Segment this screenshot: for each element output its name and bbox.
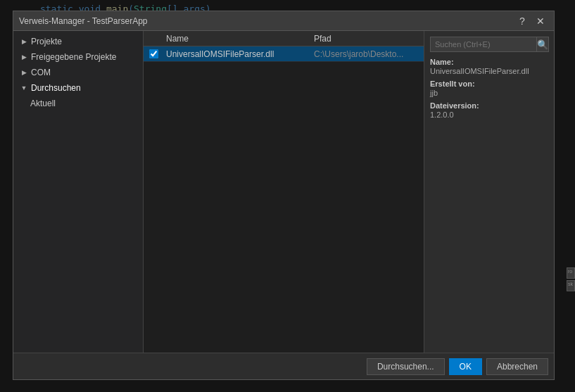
- sidebar: ▶ Projekte ▶ Freigegebene Projekte ▶ COM…: [13, 31, 144, 353]
- right-panel: 🔍 Name: UniversalIOMSIFileParser.dll Ers…: [424, 31, 554, 353]
- dialog-title: Verweis-Manager - TestParserApp: [19, 16, 148, 26]
- title-bar-right: ? ✕: [514, 13, 548, 29]
- table-row[interactable]: UniversalIOMSIFileParser.dll C:\Users\ja…: [144, 46, 424, 62]
- sidebar-item-aktuell[interactable]: Aktuell: [13, 96, 143, 111]
- cell-checkbox[interactable]: [144, 49, 163, 58]
- detail-created-label: Erstellt von:: [430, 80, 548, 88]
- dialog-verweis-manager: Verweis-Manager - TestParserApp ? ✕ ▶ Pr…: [13, 11, 555, 380]
- col-header-name: Name: [163, 34, 311, 44]
- search-button[interactable]: 🔍: [537, 37, 549, 52]
- title-bar-left: Verweis-Manager - TestParserApp: [19, 16, 148, 26]
- row-checkbox[interactable]: [149, 49, 158, 58]
- cancel-button[interactable]: Abbrechen: [486, 358, 548, 375]
- detail-version-value: 1.2.0.0: [430, 110, 548, 119]
- background-buttons: ro sk: [567, 267, 575, 291]
- arrow-icon-projekte: ▶: [19, 37, 29, 46]
- col-header-path: Pfad: [311, 34, 424, 44]
- close-button[interactable]: ✕: [533, 13, 548, 29]
- table-header: Name Pfad: [144, 31, 424, 46]
- content-area: Name Pfad UniversalIOMSIFileParser.dll C…: [144, 31, 424, 353]
- ok-button[interactable]: OK: [449, 358, 482, 375]
- dialog-body: ▶ Projekte ▶ Freigegebene Projekte ▶ COM…: [13, 31, 554, 353]
- search-input[interactable]: [430, 37, 537, 52]
- sidebar-item-com[interactable]: ▶ COM: [13, 65, 143, 80]
- search-box: 🔍: [430, 37, 548, 52]
- bg-btn-1: ro: [567, 267, 575, 279]
- sidebar-item-projekte[interactable]: ▶ Projekte: [13, 34, 143, 49]
- detail-name-label: Name:: [430, 58, 548, 66]
- bg-btn-2: sk: [567, 280, 575, 291]
- detail-version-label: Dateiversion:: [430, 101, 548, 110]
- help-button[interactable]: ?: [514, 13, 530, 29]
- arrow-icon-durchsuchen: ▼: [19, 83, 29, 93]
- dialog-title-bar: Verweis-Manager - TestParserApp ? ✕: [13, 11, 554, 31]
- browse-button[interactable]: Durchsuchen...: [367, 358, 445, 375]
- sidebar-item-durchsuchen[interactable]: ▼ Durchsuchen: [13, 80, 143, 96]
- detail-name-value: UniversalIOMSIFileParser.dll: [430, 67, 548, 75]
- arrow-icon-freigegebene: ▶: [19, 52, 29, 62]
- arrow-icon-com: ▶: [19, 68, 29, 77]
- cell-path: C:\Users\jarob\Deskto...: [311, 49, 424, 59]
- detail-created-value: jjb: [430, 89, 548, 97]
- sidebar-item-freigegebene[interactable]: ▶ Freigegebene Projekte: [13, 49, 143, 65]
- cell-name: UniversalIOMSIFileParser.dll: [163, 49, 311, 59]
- bottom-bar: Durchsuchen... OK Abbrechen: [13, 353, 554, 379]
